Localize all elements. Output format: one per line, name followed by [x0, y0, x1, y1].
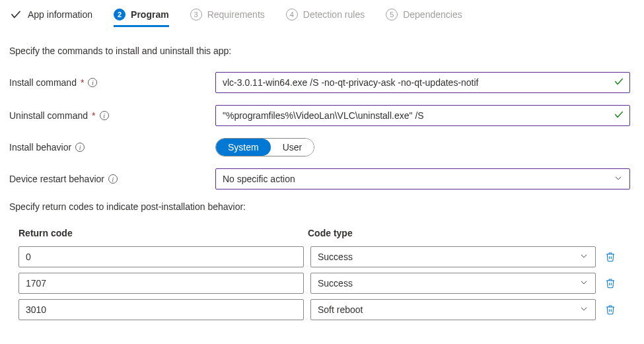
table-row: Success — [18, 273, 635, 294]
return-code-input[interactable] — [18, 273, 304, 294]
wizard-tabs: App information 2 Program 3 Requirements… — [0, 0, 644, 28]
install-command-label: Install command * i — [9, 77, 215, 88]
return-codes-table: Return code Code type Success Success — [9, 228, 635, 320]
delete-row-button[interactable] — [602, 301, 618, 318]
return-code-header: Return code — [18, 228, 308, 238]
restart-behavior-select[interactable]: No specific action — [215, 168, 630, 189]
table-row: Success — [18, 246, 635, 267]
trash-icon — [605, 304, 616, 316]
install-command-input[interactable] — [223, 77, 607, 88]
chevron-down-icon — [579, 304, 589, 316]
checkmark-icon — [9, 8, 22, 21]
step-number: 3 — [190, 9, 202, 20]
table-row: Soft reboot — [18, 299, 635, 320]
tab-program[interactable]: 2 Program — [114, 3, 169, 27]
required-asterisk: * — [81, 77, 84, 88]
code-type-select[interactable]: Success — [310, 273, 596, 294]
valid-check-icon — [614, 77, 624, 89]
delete-row-button[interactable] — [602, 275, 618, 292]
trash-icon — [605, 251, 616, 263]
info-icon[interactable]: i — [100, 111, 109, 120]
tab-detection-rules[interactable]: 4 Detection rules — [286, 3, 365, 27]
code-type-header: Code type — [308, 228, 635, 238]
install-behavior-system[interactable]: System — [216, 139, 271, 156]
code-type-value: Success — [318, 278, 353, 289]
chevron-down-icon — [579, 252, 589, 263]
section-description: Specify the commands to install and unin… — [9, 46, 635, 56]
code-type-select[interactable]: Success — [310, 246, 596, 267]
install-behavior-label: Install behavior i — [9, 142, 215, 153]
return-codes-description: Specify return codes to indicate post-in… — [9, 201, 635, 212]
install-command-input-wrap — [215, 72, 630, 93]
code-type-select[interactable]: Soft reboot — [310, 299, 596, 320]
restart-behavior-label: Device restart behavior i — [9, 174, 215, 184]
tab-requirements[interactable]: 3 Requirements — [190, 3, 265, 27]
code-type-value: Success — [318, 252, 353, 262]
tab-dependencies[interactable]: 5 Dependencies — [386, 3, 462, 27]
info-icon[interactable]: i — [88, 78, 97, 87]
tab-label: Dependencies — [403, 9, 462, 20]
required-asterisk: * — [92, 110, 95, 121]
trash-icon — [605, 277, 616, 289]
code-type-value: Soft reboot — [318, 304, 363, 315]
uninstall-command-input[interactable] — [223, 110, 607, 121]
delete-row-button[interactable] — [602, 248, 618, 265]
return-code-input[interactable] — [18, 299, 304, 320]
tab-label: Program — [131, 9, 169, 20]
install-behavior-toggle: System User — [215, 138, 314, 156]
step-number: 4 — [286, 9, 298, 20]
uninstall-command-input-wrap — [215, 105, 630, 126]
valid-check-icon — [614, 110, 624, 122]
step-number: 5 — [386, 9, 398, 20]
restart-behavior-value: No specific action — [223, 174, 295, 184]
tab-label: App information — [28, 9, 92, 20]
tab-app-information[interactable]: App information — [9, 3, 92, 28]
info-icon[interactable]: i — [108, 174, 118, 184]
chevron-down-icon — [579, 278, 589, 289]
tab-label: Detection rules — [303, 9, 365, 20]
return-code-input[interactable] — [18, 246, 304, 267]
step-number: 2 — [114, 9, 125, 20]
info-icon[interactable]: i — [75, 143, 85, 152]
uninstall-command-label: Uninstall command * i — [9, 110, 215, 121]
chevron-down-icon — [614, 174, 623, 185]
install-behavior-user[interactable]: User — [271, 139, 314, 156]
tab-label: Requirements — [207, 9, 265, 20]
